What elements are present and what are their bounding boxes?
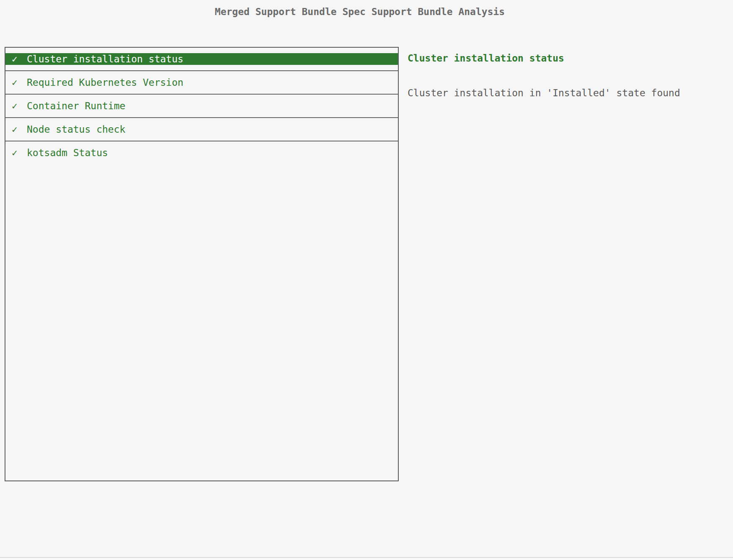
check-icon: ✓ (5, 53, 18, 65)
check-icon: ✓ (5, 147, 18, 159)
item-label: Node status check (27, 123, 125, 135)
item-label: Container Runtime (27, 100, 125, 112)
analyzer-list-panel: ✓Cluster installation status✓Required Ku… (5, 47, 399, 481)
item-label: Required Kubernetes Version (27, 77, 183, 88)
list-item-required-kubernetes-version[interactable]: ✓Required Kubernetes Version (5, 71, 398, 94)
check-icon: ✓ (5, 123, 18, 135)
list-item-container-runtime[interactable]: ✓Container Runtime (5, 95, 398, 117)
list-item-node-status-check[interactable]: ✓Node status check (5, 118, 398, 141)
check-icon: ✓ (5, 77, 18, 88)
check-icon: ✓ (5, 100, 18, 112)
detail-heading: Cluster installation status (408, 52, 564, 64)
list-item-cluster-installation-status[interactable]: ✓Cluster installation status (5, 48, 398, 70)
list-item-kotsadm-status[interactable]: ✓kotsadm Status (5, 141, 398, 164)
page-title: Merged Support Bundle Spec Support Bundl… (0, 6, 720, 18)
item-label: kotsadm Status (27, 147, 108, 159)
detail-body: Cluster installation in 'Installed' stat… (408, 87, 680, 99)
window-bottom-edge (0, 557, 733, 560)
item-label: Cluster installation status (27, 53, 183, 65)
